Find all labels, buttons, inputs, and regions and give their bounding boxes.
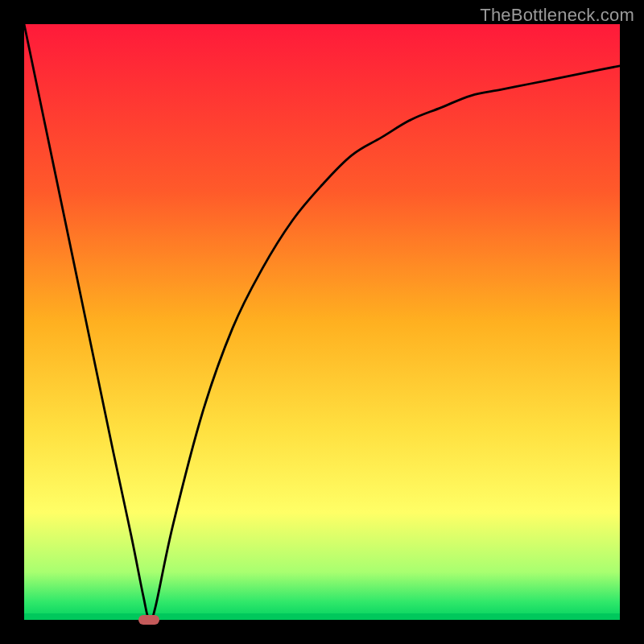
plot-area bbox=[24, 24, 620, 620]
chart-canvas: TheBottleneck.com bbox=[0, 0, 644, 644]
bottleneck-curve bbox=[24, 24, 620, 620]
watermark-label: TheBottleneck.com bbox=[480, 5, 634, 26]
curve-svg bbox=[24, 24, 620, 620]
minimum-marker bbox=[138, 615, 159, 625]
